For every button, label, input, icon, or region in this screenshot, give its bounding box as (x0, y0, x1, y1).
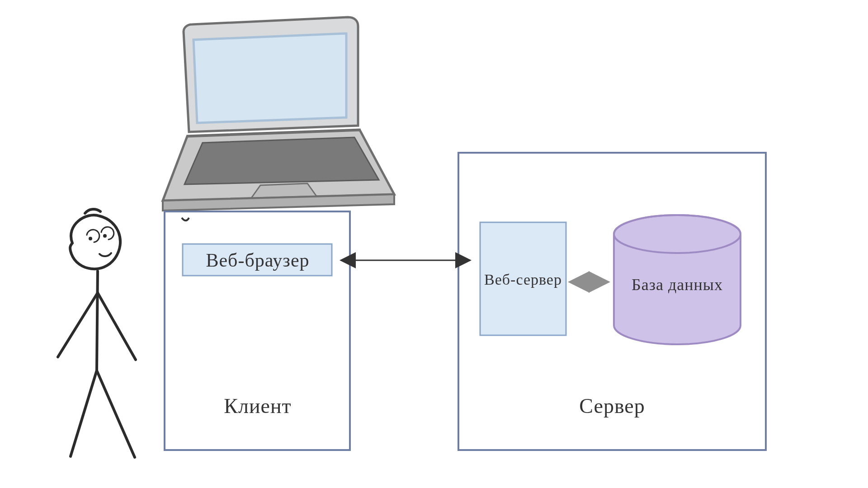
webserver-label: Веб-сервер (484, 271, 562, 288)
person-icon (58, 209, 136, 457)
client-box: Веб-браузер Клиент (165, 211, 350, 450)
database-label: База данных (632, 276, 723, 294)
server-box: Веб-сервер База данных Сервер (458, 153, 766, 450)
client-title: Клиент (224, 394, 291, 418)
svg-point-1 (103, 234, 107, 238)
browser-label: Веб-браузер (206, 250, 309, 271)
laptop-icon (163, 17, 394, 221)
server-title: Сервер (579, 394, 645, 418)
svg-point-0 (89, 237, 92, 240)
